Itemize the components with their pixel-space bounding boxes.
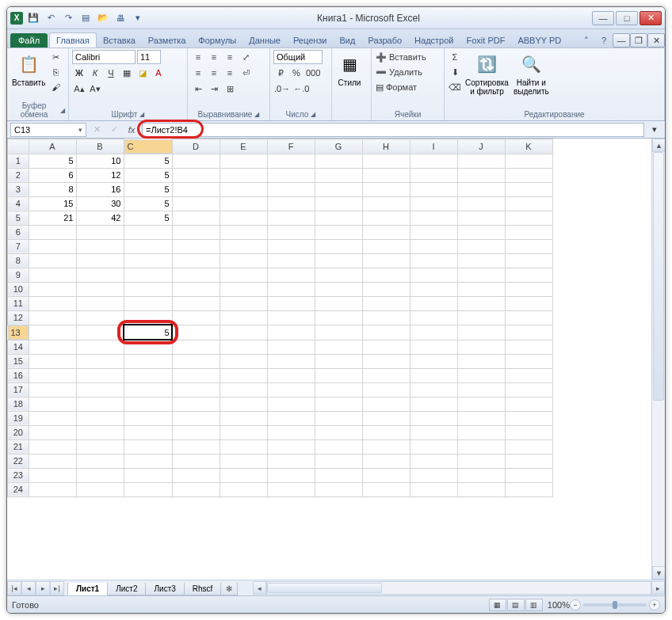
cell-B22[interactable] xyxy=(76,454,124,468)
cell-B6[interactable] xyxy=(76,225,124,239)
cell-I17[interactable] xyxy=(410,382,457,397)
cell-B9[interactable] xyxy=(76,268,124,282)
scroll-down-icon[interactable]: ▼ xyxy=(652,566,665,580)
cell-B11[interactable] xyxy=(76,296,124,310)
cell-A6[interactable] xyxy=(29,225,76,239)
font-size-select[interactable]: 11 xyxy=(137,50,161,64)
row-header-3[interactable]: 3 xyxy=(8,182,29,196)
cell-C13[interactable]: 5 xyxy=(124,325,172,340)
cell-K24[interactable] xyxy=(505,482,552,496)
font-color-button[interactable]: A xyxy=(151,66,166,80)
paste-button[interactable]: 📋 Вставить xyxy=(10,50,47,89)
cell-I6[interactable] xyxy=(410,225,457,239)
cell-G2[interactable] xyxy=(315,168,362,182)
cell-F14[interactable] xyxy=(267,340,315,354)
cell-D12[interactable] xyxy=(172,310,220,325)
cell-H14[interactable] xyxy=(362,340,410,354)
cell-D10[interactable] xyxy=(172,282,220,296)
ribbon-tab-данные[interactable]: Данные xyxy=(242,33,287,48)
cell-C23[interactable] xyxy=(124,468,172,482)
cell-A20[interactable] xyxy=(29,425,76,439)
fill-color-button[interactable]: ◪ xyxy=(136,66,150,80)
cell-E13[interactable] xyxy=(220,325,267,340)
merge-center-icon[interactable]: ⊞ xyxy=(223,82,237,96)
cell-H11[interactable] xyxy=(362,296,410,310)
cell-I7[interactable] xyxy=(410,239,457,253)
cut-icon[interactable]: ✂ xyxy=(48,50,63,64)
enter-formula-icon[interactable]: ✓ xyxy=(107,123,121,137)
align-right-icon[interactable]: ≡ xyxy=(223,66,237,80)
cell-J1[interactable] xyxy=(457,154,505,168)
percent-icon[interactable]: % xyxy=(289,66,304,80)
sheet-tab-Лист3[interactable]: Лист3 xyxy=(145,583,184,595)
cell-B10[interactable] xyxy=(76,282,124,296)
spreadsheet-grid[interactable]: ABCDEFGHIJK15105261253816541530552142567… xyxy=(7,139,553,497)
cell-G20[interactable] xyxy=(315,425,362,439)
align-bottom-icon[interactable]: ≡ xyxy=(223,50,237,64)
cell-A10[interactable] xyxy=(29,282,76,296)
cell-K10[interactable] xyxy=(505,282,552,296)
cell-H2[interactable] xyxy=(362,168,410,182)
zoom-out-button[interactable]: − xyxy=(570,599,581,610)
help-icon[interactable]: ? xyxy=(597,33,611,48)
ribbon-tab-разрабо[interactable]: Разрабо xyxy=(361,33,408,48)
close-button[interactable]: ✕ xyxy=(640,11,662,25)
expand-formula-bar-icon[interactable]: ▾ xyxy=(647,123,662,137)
ribbon-tab-рецензи[interactable]: Рецензи xyxy=(287,33,334,48)
cell-A4[interactable]: 15 xyxy=(29,196,76,211)
cell-K20[interactable] xyxy=(505,425,552,439)
row-header-6[interactable]: 6 xyxy=(8,225,29,239)
cell-A5[interactable]: 21 xyxy=(29,211,76,225)
row-header-5[interactable]: 5 xyxy=(8,211,29,225)
page-break-view-button[interactable]: ▥ xyxy=(525,599,543,611)
cell-D1[interactable] xyxy=(172,154,220,168)
copy-icon[interactable]: ⎘ xyxy=(48,65,63,79)
cell-H21[interactable] xyxy=(362,439,410,454)
cell-A24[interactable] xyxy=(29,482,76,496)
cell-H16[interactable] xyxy=(362,368,410,382)
cell-G5[interactable] xyxy=(315,211,362,225)
col-header-F[interactable]: F xyxy=(267,139,315,154)
cell-I18[interactable] xyxy=(410,397,457,411)
cell-B7[interactable] xyxy=(76,239,124,253)
cell-I16[interactable] xyxy=(410,368,457,382)
cell-E17[interactable] xyxy=(220,382,267,397)
qat-undo-icon[interactable]: ↶ xyxy=(44,11,58,25)
decrease-decimal-icon[interactable]: ←.0 xyxy=(292,82,310,96)
cell-G14[interactable] xyxy=(315,340,362,354)
cancel-formula-icon[interactable]: ✕ xyxy=(90,123,104,137)
cell-J4[interactable] xyxy=(457,196,505,211)
cell-C3[interactable]: 5 xyxy=(124,182,172,196)
cell-D22[interactable] xyxy=(172,454,220,468)
hscroll-thumb[interactable] xyxy=(267,583,382,593)
cell-C9[interactable] xyxy=(124,268,172,282)
cell-H24[interactable] xyxy=(362,482,410,496)
sort-filter-button[interactable]: 🔃 Сортировка и фильтр xyxy=(464,50,510,97)
cell-E24[interactable] xyxy=(220,482,267,496)
wrap-text-icon[interactable]: ⏎ xyxy=(239,66,253,80)
cell-F13[interactable] xyxy=(267,325,315,340)
ribbon-tab-разметка[interactable]: Разметка xyxy=(142,33,193,48)
minimize-button[interactable]: — xyxy=(592,11,614,25)
clear-icon[interactable]: ⌫ xyxy=(448,80,462,94)
cell-F24[interactable] xyxy=(267,482,315,496)
cell-C21[interactable] xyxy=(124,439,172,454)
page-layout-view-button[interactable]: ▤ xyxy=(507,599,525,611)
increase-indent-icon[interactable]: ⇥ xyxy=(207,82,221,96)
cell-C4[interactable]: 5 xyxy=(124,196,172,211)
increase-decimal-icon[interactable]: .0→ xyxy=(273,82,291,96)
cell-B17[interactable] xyxy=(76,382,124,397)
clipboard-dialog-launcher[interactable]: ◢ xyxy=(60,107,65,114)
cell-J21[interactable] xyxy=(457,439,505,454)
cell-J19[interactable] xyxy=(457,411,505,425)
cell-J10[interactable] xyxy=(457,282,505,296)
number-dialog-launcher[interactable]: ◢ xyxy=(311,111,315,118)
cell-C24[interactable] xyxy=(124,482,172,496)
cell-G18[interactable] xyxy=(315,397,362,411)
col-header-D[interactable]: D xyxy=(172,139,220,154)
horizontal-scrollbar[interactable]: ◂ ▸ xyxy=(253,581,665,595)
cell-K2[interactable] xyxy=(505,168,552,182)
cell-G13[interactable] xyxy=(315,325,362,340)
cell-E15[interactable] xyxy=(220,354,267,368)
cell-K19[interactable] xyxy=(505,411,552,425)
